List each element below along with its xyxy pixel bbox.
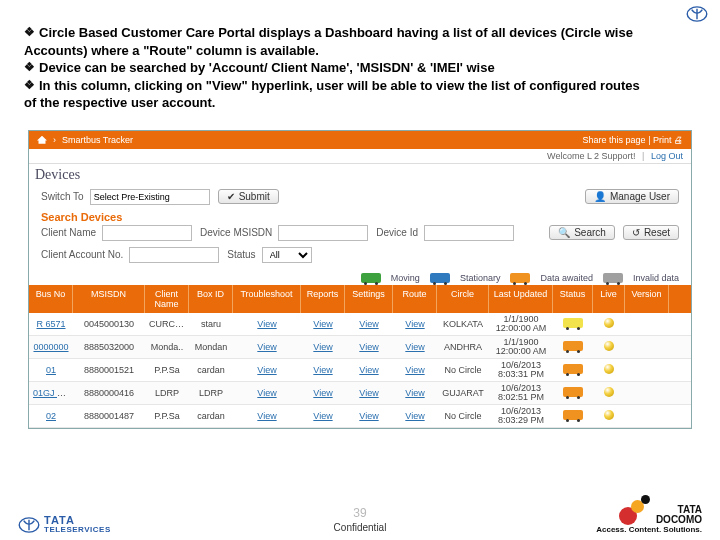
busno-link[interactable]: 01 bbox=[46, 365, 56, 375]
reset-button[interactable]: ↺Reset bbox=[623, 225, 679, 240]
table-row: R 65710045000130CURCIVAstaruViewViewView… bbox=[29, 313, 691, 336]
tata-docomo-logo: TATA DOCOMO Access. Content. Solutions. bbox=[596, 495, 702, 534]
reports-view-link[interactable]: View bbox=[313, 319, 332, 329]
col-boxid: Box ID bbox=[189, 285, 233, 313]
table-row: 018880001521P.P.SacardanViewViewViewView… bbox=[29, 359, 691, 382]
search-devices-heading: Search Devices bbox=[41, 211, 679, 223]
status-bus-icon bbox=[563, 410, 583, 420]
print-icon[interactable]: 🖨 bbox=[674, 135, 683, 145]
manage-user-button[interactable]: 👤Manage User bbox=[585, 189, 679, 204]
troubleshoot-view-link[interactable]: View bbox=[257, 319, 276, 329]
col-msisdn: MSISDN bbox=[73, 285, 145, 313]
route-view-link[interactable]: View bbox=[405, 365, 424, 375]
cell-lastupdated: 10/6/2013 8:02:51 PM bbox=[489, 382, 553, 404]
troubleshoot-view-link[interactable]: View bbox=[257, 411, 276, 421]
cell-msisdn: 8880001521 bbox=[73, 363, 145, 377]
busno-link[interactable]: 02 bbox=[46, 411, 56, 421]
search-icon: 🔍 bbox=[558, 227, 570, 238]
cell-version bbox=[625, 322, 669, 326]
status-legend: Moving Stationary Data awaited Invalid d… bbox=[29, 273, 691, 285]
welcome-bar: Welcome L 2 Support! | Log Out bbox=[29, 149, 691, 164]
switch-to-label: Switch To bbox=[41, 191, 84, 202]
col-status: Status bbox=[553, 285, 593, 313]
client-name-input[interactable] bbox=[102, 225, 192, 241]
client-account-no-input[interactable] bbox=[129, 247, 219, 263]
bullet-text: Accounts) where a "Route" column is avai… bbox=[24, 42, 696, 60]
table-row: 028880001487P.P.SacardanViewViewViewView… bbox=[29, 405, 691, 428]
separator: | bbox=[642, 151, 644, 161]
reset-label: Reset bbox=[644, 227, 670, 238]
cell-msisdn: 8880000416 bbox=[73, 386, 145, 400]
client-name-label: Client Name bbox=[41, 227, 96, 238]
print-link[interactable]: Print bbox=[653, 135, 672, 145]
search-button[interactable]: 🔍Search bbox=[549, 225, 615, 240]
switch-to-input[interactable] bbox=[90, 189, 210, 205]
reports-view-link[interactable]: View bbox=[313, 411, 332, 421]
search-label: Search bbox=[574, 227, 606, 238]
reports-view-link[interactable]: View bbox=[313, 342, 332, 352]
top-orange-bar: › Smartbus Tracker Share this page | Pri… bbox=[29, 131, 691, 149]
bullet-text: Device can be searched by 'Account/ Clie… bbox=[39, 59, 495, 77]
bus-stationary-icon bbox=[430, 273, 450, 283]
troubleshoot-view-link[interactable]: View bbox=[257, 365, 276, 375]
route-view-link[interactable]: View bbox=[405, 388, 424, 398]
legend-data-awaited: Data awaited bbox=[540, 273, 593, 283]
chevron-icon: › bbox=[53, 135, 56, 145]
cell-client: P.P.Sa bbox=[145, 363, 189, 377]
status-label: Status bbox=[227, 249, 255, 260]
live-bulb-icon[interactable] bbox=[604, 410, 614, 420]
col-route: Route bbox=[393, 285, 437, 313]
submit-button[interactable]: ✔Submit bbox=[218, 189, 279, 204]
page-title: Devices bbox=[29, 164, 88, 185]
bus-dataawaited-icon bbox=[510, 273, 530, 283]
cell-msisdn: 0045000130 bbox=[73, 317, 145, 331]
busno-link[interactable]: 01GJ 13 U 3831 bbox=[33, 388, 73, 398]
busno-link[interactable]: 0000000 bbox=[33, 342, 68, 352]
legend-invalid: Invalid data bbox=[633, 273, 679, 283]
cell-version bbox=[625, 345, 669, 349]
route-view-link[interactable]: View bbox=[405, 319, 424, 329]
settings-view-link[interactable]: View bbox=[359, 319, 378, 329]
diamond-bullet-icon: ❖ bbox=[24, 24, 35, 42]
troubleshoot-view-link[interactable]: View bbox=[257, 388, 276, 398]
troubleshoot-view-link[interactable]: View bbox=[257, 342, 276, 352]
bus-moving-icon bbox=[361, 273, 381, 283]
device-id-input[interactable] bbox=[424, 225, 514, 241]
cell-client: CURCIVA bbox=[145, 317, 189, 331]
legend-moving: Moving bbox=[391, 273, 420, 283]
device-msisdn-input[interactable] bbox=[278, 225, 368, 241]
status-select[interactable]: All bbox=[262, 247, 312, 263]
route-view-link[interactable]: View bbox=[405, 411, 424, 421]
docomo-dots-icon bbox=[619, 495, 653, 525]
home-icon[interactable] bbox=[37, 136, 47, 144]
filter-form: Switch To ✔Submit 👤Manage User Search De… bbox=[29, 185, 691, 273]
bus-invalid-icon bbox=[603, 273, 623, 283]
col-troubleshoot: Troubleshoot bbox=[233, 285, 301, 313]
share-page-link[interactable]: Share this page bbox=[583, 135, 646, 145]
logout-link[interactable]: Log Out bbox=[651, 151, 683, 161]
cell-circle: KOLKATA bbox=[437, 317, 489, 331]
cell-client: Monda.. bbox=[145, 340, 189, 354]
legend-stationary: Stationary bbox=[460, 273, 501, 283]
reports-view-link[interactable]: View bbox=[313, 388, 332, 398]
portal-screenshot: › Smartbus Tracker Share this page | Pri… bbox=[28, 130, 692, 429]
settings-view-link[interactable]: View bbox=[359, 365, 378, 375]
reports-view-link[interactable]: View bbox=[313, 365, 332, 375]
live-bulb-icon[interactable] bbox=[604, 318, 614, 328]
submit-label: Submit bbox=[239, 191, 270, 202]
welcome-text: Welcome L 2 Support! bbox=[547, 151, 636, 161]
col-version: Version bbox=[625, 285, 669, 313]
route-view-link[interactable]: View bbox=[405, 342, 424, 352]
live-bulb-icon[interactable] bbox=[604, 341, 614, 351]
device-id-label: Device Id bbox=[376, 227, 418, 238]
busno-link[interactable]: R 6571 bbox=[36, 319, 65, 329]
grid-header: Bus No MSISDN Client Name Box ID Trouble… bbox=[29, 285, 691, 313]
settings-view-link[interactable]: View bbox=[359, 342, 378, 352]
cell-msisdn: 8880001487 bbox=[73, 409, 145, 423]
settings-view-link[interactable]: View bbox=[359, 411, 378, 421]
settings-view-link[interactable]: View bbox=[359, 388, 378, 398]
user-icon: 👤 bbox=[594, 191, 606, 202]
live-bulb-icon[interactable] bbox=[604, 364, 614, 374]
status-bus-icon bbox=[563, 341, 583, 351]
live-bulb-icon[interactable] bbox=[604, 387, 614, 397]
